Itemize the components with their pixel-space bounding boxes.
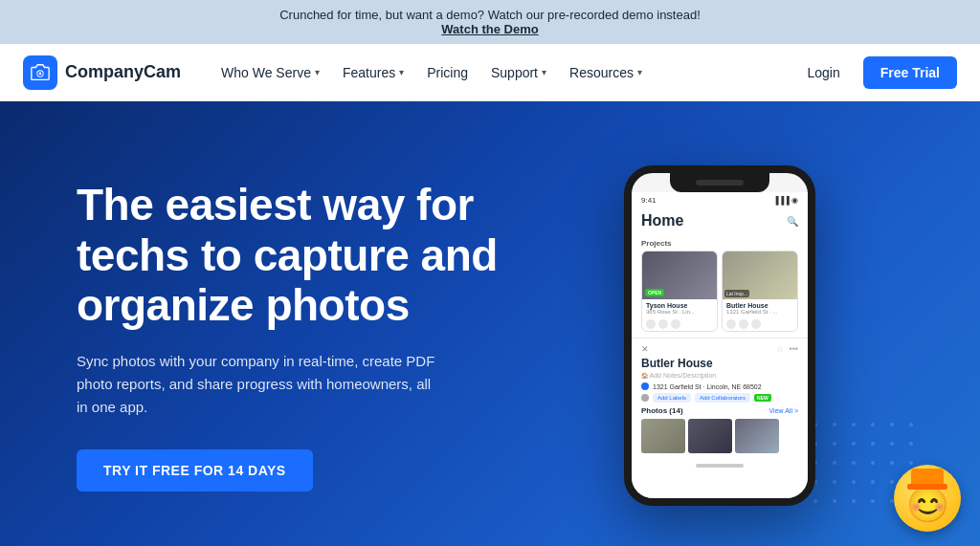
phone-time: 9:41 <box>641 196 657 205</box>
brand-name: CompanyCam <box>65 62 181 82</box>
svg-point-2 <box>39 72 42 75</box>
phone-notch-pill <box>696 180 744 186</box>
phone-photos-grid <box>641 419 798 453</box>
phone-detail-address-row: 1321 Garfield St · Lincoln, NE 68502 <box>641 382 798 390</box>
close-icon[interactable]: ✕ <box>641 344 649 354</box>
hero-phone-area: 9:41 ▐▐▐ ◉ Home 🔍 Projects OPEN <box>536 165 903 506</box>
phone-project-addr-2: 1321 Garfield St · ... <box>726 309 793 315</box>
hero-section: The easiest way for techs to capture and… <box>0 101 980 546</box>
phone-detail-address: 1321 Garfield St · Lincoln, NE 68502 <box>653 383 762 390</box>
mascot-face: 😊 <box>906 488 949 522</box>
brand-logo[interactable]: CompanyCam <box>23 55 181 90</box>
phone-project-icon-dot <box>751 319 761 329</box>
phone-projects-row: OPEN Tyson House 365 Rose St · Lin... <box>632 251 808 338</box>
phone-project-info-2: Butler House 1321 Garfield St · ... <box>723 299 797 317</box>
announcement-text: Crunched for time, but want a demo? Watc… <box>279 8 701 22</box>
phone-project-icon-dot <box>739 319 748 329</box>
phone-project-icons-2 <box>723 317 797 331</box>
add-labels-button[interactable]: Add Labels <box>653 393 691 403</box>
photo-thumb-3[interactable] <box>735 419 779 453</box>
phone-project-title-2: Butler House <box>726 302 793 309</box>
nav-actions: Login Free Trial <box>795 56 957 89</box>
phone-screen: 9:41 ▐▐▐ ◉ Home 🔍 Projects OPEN <box>632 192 808 498</box>
camera-icon <box>30 62 51 83</box>
phone-photos-label: Photos (14) <box>641 406 683 415</box>
phone-project-info-1: Tyson House 365 Rose St · Lin... <box>642 299 717 317</box>
view-all-button[interactable]: View All > <box>769 407 798 414</box>
announcement-link[interactable]: Watch the Demo <box>441 22 538 36</box>
star-icon[interactable]: ☆ <box>776 344 784 354</box>
phone-detail-close-row: ✕ ☆ ••• <box>641 344 798 354</box>
phone-project-icon-dot <box>658 319 668 329</box>
brand-icon <box>23 55 57 90</box>
announcement-bar: Crunched for time, but want a demo? Watc… <box>0 0 980 44</box>
nav-item-who-we-serve[interactable]: Who We Serve ▾ <box>212 57 329 88</box>
phone-project-icon-dot <box>671 319 680 329</box>
navbar: CompanyCam Who We Serve ▾ Features ▾ Pri… <box>0 44 980 101</box>
hero-content: The easiest way for techs to capture and… <box>77 180 536 492</box>
phone-project-card-1[interactable]: OPEN Tyson House 365 Rose St · Lin... <box>641 251 718 332</box>
phone-mockup: 9:41 ▐▐▐ ◉ Home 🔍 Projects OPEN <box>624 165 815 506</box>
phone-signal-icon: ▐▐▐ ◉ <box>773 196 798 205</box>
phone-project-title-1: Tyson House <box>646 302 713 309</box>
chevron-down-icon: ▾ <box>315 67 320 77</box>
free-trial-button[interactable]: Free Trial <box>863 56 957 89</box>
nav-links: Who We Serve ▾ Features ▾ Pricing Suppor… <box>212 57 795 88</box>
phone-project-badge-2: Lat Insp... <box>724 290 749 297</box>
photo-thumb-2[interactable] <box>688 419 732 453</box>
add-collaborators-button[interactable]: Add Collaborators <box>695 393 750 403</box>
phone-search-icon[interactable]: 🔍 <box>787 216 798 227</box>
phone-detail-panel: ✕ ☆ ••• Butler House 🏠 Add Notes/Descrip… <box>632 338 808 459</box>
phone-project-addr-1: 365 Rose St · Lin... <box>646 309 713 315</box>
cta-button[interactable]: TRY IT FREE FOR 14 DAYS <box>77 449 313 491</box>
phone-project-icon-dot <box>726 319 736 329</box>
phone-photos-header: Photos (14) View All > <box>641 406 798 415</box>
nav-item-pricing[interactable]: Pricing <box>417 57 478 88</box>
dot-grid-dot <box>909 423 913 426</box>
phone-project-icons-1 <box>642 317 717 331</box>
chevron-down-icon: ▾ <box>637 67 642 77</box>
mascot-widget[interactable]: 😊 <box>894 465 961 532</box>
hero-subtitle: Sync photos with your company in real-ti… <box>77 350 440 419</box>
phone-screen-title: Home <box>641 212 683 229</box>
phone-notch <box>670 173 769 192</box>
location-icon <box>641 382 649 390</box>
phone-status-bar: 9:41 ▐▐▐ ◉ <box>632 192 808 208</box>
mascot-hat <box>911 469 944 486</box>
nav-item-support[interactable]: Support ▾ <box>481 57 556 88</box>
nav-item-resources[interactable]: Resources ▾ <box>560 57 652 88</box>
phone-project-card-2[interactable]: Lat Insp... Butler House 1321 Garfield S… <box>722 251 798 332</box>
photo-thumb-1[interactable] <box>641 419 685 453</box>
nav-item-features[interactable]: Features ▾ <box>333 57 413 88</box>
more-icon[interactable]: ••• <box>790 344 798 354</box>
phone-projects-label: Projects <box>632 235 808 251</box>
phone-detail-add-note: 🏠 Add Notes/Description <box>641 372 798 379</box>
new-badge: NEW <box>754 394 771 402</box>
phone-project-icon-dot <box>646 319 656 329</box>
login-button[interactable]: Login <box>795 57 851 88</box>
phone-detail-labels-row: Add Labels Add Collaborators NEW <box>641 393 798 403</box>
phone-project-image-2: Lat Insp... <box>723 251 797 299</box>
phone-project-image-1: OPEN <box>642 251 717 299</box>
dot-grid-dot <box>909 442 913 446</box>
tag-icon <box>641 394 649 402</box>
phone-detail-title: Butler House <box>641 357 798 370</box>
hero-title: The easiest way for techs to capture and… <box>77 180 536 332</box>
phone-home-indicator <box>632 459 808 472</box>
phone-home-bar <box>696 464 744 468</box>
chevron-down-icon: ▾ <box>542 67 546 77</box>
phone-header: Home 🔍 <box>632 208 808 235</box>
chevron-down-icon: ▾ <box>399 67 404 77</box>
mascot-circle: 😊 <box>894 465 961 532</box>
phone-project-badge-1: OPEN <box>645 289 664 296</box>
